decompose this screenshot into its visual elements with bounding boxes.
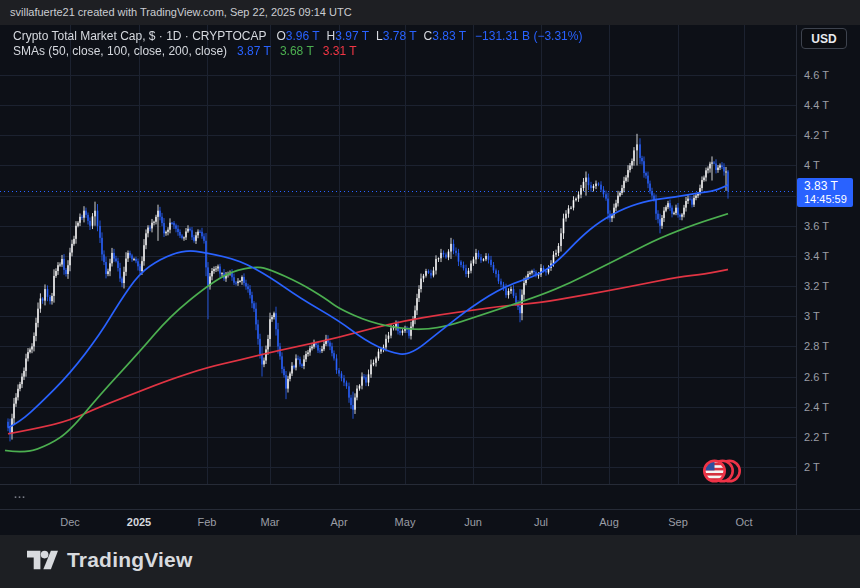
time-tick-label: May (395, 510, 416, 535)
ohlc-pair: L3.78 T (376, 29, 417, 43)
time-tick-label: Oct (735, 510, 752, 535)
sma-study-title: SMAs (50, close, 100, close, 200, close) (13, 44, 227, 59)
price-tick-label: 3 T (804, 310, 820, 322)
time-tick-label: Feb (198, 510, 217, 535)
sma-value: 3.31 T (323, 44, 357, 58)
sma-value: 3.68 T (280, 44, 314, 58)
time-tick-label: Dec (60, 510, 80, 535)
ohlc-pair: O3.96 T (276, 29, 319, 43)
tradingview-mark-icon (27, 548, 58, 572)
price-tick-label: 4 T (804, 159, 820, 171)
ohlc-pair: C3.83 T (424, 29, 466, 43)
price-tick-label: 2 T (804, 461, 820, 473)
price-tick-label: 3.2 T (804, 280, 829, 292)
time-tick-label: 2025 (127, 510, 151, 535)
tradingview-logo[interactable]: TradingView (27, 548, 193, 572)
caption-bar: svillafuerte21 created with TradingView.… (0, 0, 860, 25)
sma-legend-row: SMAs (50, close, 100, close, 200, close)… (13, 44, 582, 59)
symbol-legend-row: Crypto Total Market Cap, $ · 1D · CRYPTO… (13, 29, 582, 44)
currency-toggle-button[interactable]: USD (801, 28, 847, 49)
caption-text: svillafuerte21 created with TradingView.… (10, 6, 352, 18)
ohlc-pair: H3.97 T (327, 29, 369, 43)
cryptocap-logo-icon (701, 453, 743, 493)
price-tick-label: 4.2 T (804, 129, 829, 141)
time-tick-label: Aug (599, 510, 619, 535)
time-tick-label: Apr (330, 510, 347, 535)
time-axis[interactable]: Dec2025FebMarAprMayJunJulAugSepOct (0, 509, 860, 535)
chart-shell: Crypto Total Market Cap, $ · 1D · CRYPTO… (0, 25, 860, 535)
bar-countdown: 14:45:59 (804, 193, 853, 206)
time-tick-label: Mar (261, 510, 280, 535)
sma-value: 3.87 T (237, 44, 271, 58)
pane-more-button[interactable]: ... (14, 489, 26, 499)
price-tick-label: 4.6 T (804, 69, 829, 81)
time-tick-label: Sep (668, 510, 688, 535)
price-tick-label: 3.4 T (804, 250, 829, 262)
chart-surface[interactable] (0, 25, 796, 509)
sma-values: 3.87 T3.68 T3.31 T (237, 44, 365, 59)
last-price-value: 3.83 T (804, 179, 853, 193)
change-value: −131.31 B (−3.31%) (475, 29, 582, 44)
last-price-badge: 3.83 T 14:45:59 (797, 178, 853, 207)
time-tick-label: Jul (534, 510, 548, 535)
legend: Crypto Total Market Cap, $ · 1D · CRYPTO… (13, 29, 582, 59)
price-tick-label: 2.8 T (804, 340, 829, 352)
price-tick-label: 4.4 T (804, 99, 829, 111)
price-axis[interactable]: USD 3.83 T 14:45:59 4.6 T4.4 T4.2 T4 T3.… (796, 25, 860, 535)
ohlc-values: O3.96 TH3.97 TL3.78 TC3.83 T (276, 29, 473, 44)
price-tick-label: 2.2 T (804, 431, 829, 443)
footer: TradingView (0, 535, 860, 588)
price-tick-label: 3.6 T (804, 220, 829, 232)
price-tick-label: 2.6 T (804, 371, 829, 383)
brand-name: TradingView (67, 548, 193, 572)
symbol-title: Crypto Total Market Cap, $ · 1D · CRYPTO… (13, 29, 266, 44)
price-tick-label: 2.4 T (804, 401, 829, 413)
time-tick-label: Jun (464, 510, 482, 535)
